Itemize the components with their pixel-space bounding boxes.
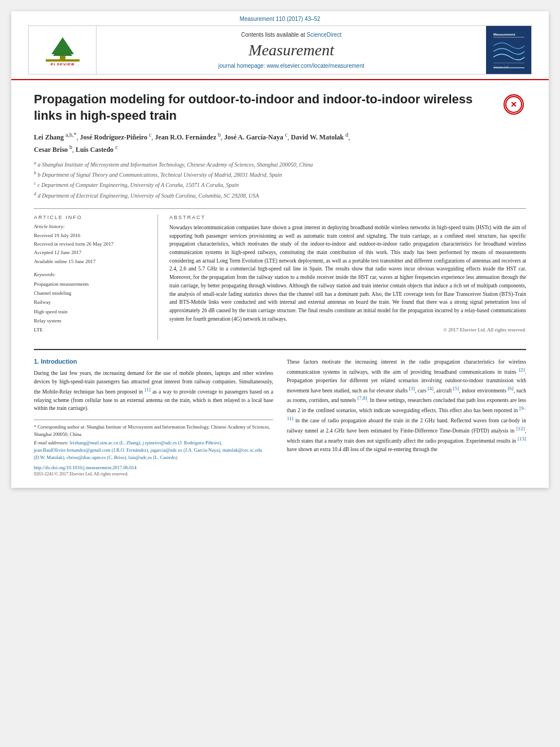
journal-banner: ELSEVIER Contents lists available at Sci… <box>28 25 532 75</box>
svg-rect-8 <box>493 63 524 63</box>
journal-homepage: journal homepage: www.elsevier.com/locat… <box>108 63 475 69</box>
ref-6: [6] <box>508 386 514 391</box>
keyword-5: Relay system <box>34 316 148 325</box>
article-history-group: Article history: Received 19 July 2016 R… <box>34 224 148 266</box>
keyword-3: Railway <box>34 298 148 307</box>
elsevier-tree-icon: ELSEVIER <box>43 34 82 65</box>
ref-9-11: [9–11] <box>287 405 526 421</box>
affiliation-b: b b Department of Signal Theory and Comm… <box>34 169 526 180</box>
doi-link[interactable]: http://dx.doi.org/10.1016/j.measurement.… <box>34 465 273 470</box>
article-info-col: ARTICLE INFO Article history: Received 1… <box>34 215 158 340</box>
author-castedo: Luis Castedo <box>76 146 113 154</box>
received2: Received in revised form 26 May 2017 <box>34 240 148 248</box>
elsevier-icon: ELSEVIER <box>40 32 85 68</box>
elsevier-logo-section: ELSEVIER <box>29 26 97 74</box>
svg-text:Volume 110: Volume 110 <box>493 65 509 69</box>
ref-13: [13] <box>518 436 526 442</box>
article-dates: Received 19 July 2016 Received in revise… <box>34 231 148 266</box>
article-content: 1. Introduction During the last few year… <box>34 349 526 477</box>
section1-body-right: These factors motivate the increasing in… <box>287 358 526 453</box>
journal-header: Measurement 110 (2017) 43–52 ELSEVIER <box>11 11 549 80</box>
contents-text: Contents lists available at <box>241 32 305 38</box>
footnote-emails: E-mail addresses: leizhang@mail.sim.ac.c… <box>34 439 273 461</box>
article-history-title: Article history: <box>34 224 148 229</box>
author-lei-zhang: Lei Zhang <box>34 133 64 141</box>
article-title-section: Propagation modeling for outdoor-to-indo… <box>34 91 526 124</box>
svg-text:✕: ✕ <box>510 100 517 109</box>
keywords-group: Keywords: Propagation measurements Chann… <box>34 272 148 334</box>
ref-2: [2] <box>519 367 525 373</box>
keywords-label: Keywords: <box>34 272 148 277</box>
cover-graphic: Measurement Volume 110 <box>491 29 527 71</box>
footnote-star: * Corresponding author at: Shanghai Inst… <box>34 423 273 438</box>
journal-banner-center: Contents lists available at ScienceDirec… <box>97 26 486 74</box>
ref-5: [5] <box>453 386 460 391</box>
accepted: Accepted 12 June 2017 <box>34 248 148 257</box>
keywords-list: Propagation measurements Channel modelin… <box>34 279 148 334</box>
two-col-content: 1. Introduction During the last few year… <box>34 358 526 477</box>
author-garcia-naya: José A. García-Naya <box>224 133 283 141</box>
ref-12: [12] <box>517 426 525 431</box>
authors-line: Lei Zhang a,b,*, José Rodríguez-Piñeiro … <box>34 130 526 155</box>
svg-text:ELSEVIER: ELSEVIER <box>50 63 75 65</box>
crossmark-icon: ✕ <box>504 94 524 115</box>
keyword-1: Propagation measurements <box>34 279 148 289</box>
keyword-2: Channel modeling <box>34 289 148 298</box>
svg-text:Measurement: Measurement <box>493 33 515 36</box>
cover-svg: Measurement Volume 110 <box>491 29 527 71</box>
footnote-section: * Corresponding author at: Shanghai Inst… <box>34 420 273 477</box>
email-label: E-mail addresses: <box>34 440 68 445</box>
abstract-text: Nowadays telecommunication companies hav… <box>169 224 526 324</box>
affiliation-a: a a Shanghai Institute of Microsystem an… <box>34 159 526 169</box>
author-fernandez: Jean R.O. Fernández <box>155 133 216 141</box>
journal-cover-thumbnail: Measurement Volume 110 <box>486 26 531 74</box>
ref-7-8: [7,8] <box>357 395 367 401</box>
keyword-4: High speed train <box>34 307 148 316</box>
article-info-label: ARTICLE INFO <box>34 215 148 220</box>
copyright-line: © 2017 Elsevier Ltd. All rights reserved… <box>169 327 526 333</box>
received1: Received 19 July 2016 <box>34 231 148 240</box>
sciencedirect-line: Contents lists available at ScienceDirec… <box>108 32 475 38</box>
svg-rect-3 <box>46 59 80 62</box>
crossmark-badge: ✕ <box>504 94 526 117</box>
article-info-abstract: ARTICLE INFO Article history: Received 1… <box>34 215 526 340</box>
section-divider <box>34 208 526 209</box>
ref-1: [1] <box>145 387 151 392</box>
page: Measurement 110 (2017) 43–52 ELSEVIER <box>11 11 549 488</box>
content-col-left: 1. Introduction During the last few year… <box>34 358 273 477</box>
available: Available online 15 June 2017 <box>34 257 148 266</box>
author-matolak: David W. Matolak <box>291 133 344 141</box>
journal-title-banner: Measurement <box>108 41 475 59</box>
abstract-col: ABSTRACT Nowadays telecommunication comp… <box>169 215 526 340</box>
section1-heading: 1. Introduction <box>34 358 273 365</box>
ref-3: [3] <box>409 386 415 391</box>
affiliation-c: c c Department of Computer Engineering, … <box>34 180 526 190</box>
issn-line: 0263-2241/© 2017 Elsevier Ltd. All right… <box>34 471 273 477</box>
sciencedirect-link[interactable]: ScienceDirect <box>307 32 342 38</box>
article-body: Propagation modeling for outdoor-to-indo… <box>11 80 549 488</box>
ref-4: [4] <box>428 386 434 391</box>
email-list[interactable]: leizhang@mail.sim.ac.cn (L. Zhang), j.rp… <box>34 440 262 460</box>
journal-ref: Measurement 110 (2017) 43–52 <box>240 16 321 22</box>
content-col-right: These factors motivate the increasing in… <box>287 358 526 477</box>
author-briso: Cesar Briso <box>34 146 68 154</box>
affiliation-d: d d Department of Electrical Engineering… <box>34 190 526 200</box>
affiliations: a a Shanghai Institute of Microsystem an… <box>34 159 526 200</box>
abstract-label: ABSTRACT <box>169 215 526 220</box>
keyword-6: LTE <box>34 325 148 334</box>
article-title: Propagation modeling for outdoor-to-indo… <box>34 91 492 124</box>
that-text: that <box>315 438 323 444</box>
authors-text: Lei Zhang a,b,*, José Rodríguez-Piñeiro … <box>34 133 350 154</box>
author-rodriguez: José Rodríguez-Piñeiro <box>80 133 147 141</box>
section1-body-left: During the last few years, the increasin… <box>34 369 273 413</box>
journal-ref-line: Measurement 110 (2017) 43–52 <box>23 16 537 22</box>
